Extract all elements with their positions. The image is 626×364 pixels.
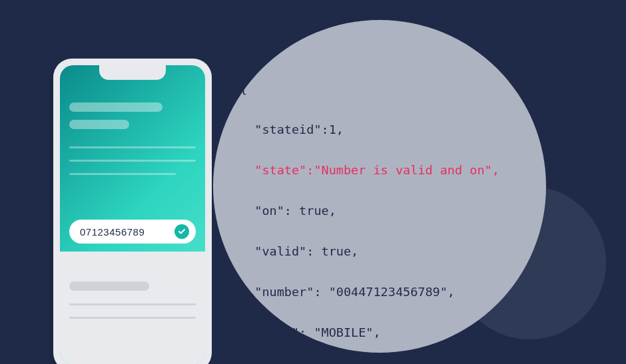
placeholder-line [69, 146, 196, 148]
phone-number-value: 07123456789 [80, 226, 145, 238]
code-line-highlight: "state":"Number is valid and on", [240, 160, 499, 181]
placeholder-line [69, 160, 196, 162]
json-response-code: { "stateid":1, "state":"Number is valid … [240, 59, 499, 364]
code-line: "on": true, [240, 201, 499, 222]
placeholder-line [69, 173, 176, 175]
placeholder-bar [69, 120, 129, 129]
placeholder-line [69, 317, 196, 319]
code-line: "valid": true, [240, 242, 499, 262]
code-line: { [240, 79, 499, 100]
phone-bottom-panel [60, 252, 205, 364]
placeholder-line [69, 303, 196, 305]
code-line: "type": "MOBILE", [240, 323, 499, 343]
phone-mockup: 07123456789 [53, 59, 212, 364]
phone-notch [99, 65, 166, 80]
placeholder-bar [69, 281, 149, 291]
code-line: "number": "00447123456789", [240, 282, 499, 303]
phone-number-input[interactable]: 07123456789 [69, 220, 196, 244]
check-icon [174, 224, 189, 239]
phone-screen: 07123456789 [60, 65, 205, 364]
code-line: "stateid":1, [240, 120, 499, 140]
placeholder-bar [69, 102, 162, 112]
